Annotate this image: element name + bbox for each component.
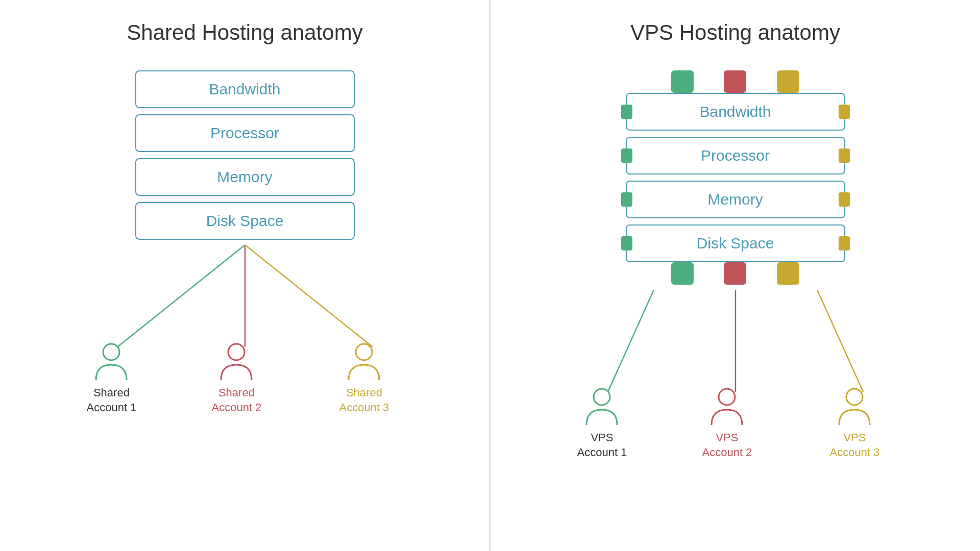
vps-hosting-panel: VPS Hosting anatomy Bandwidth Processor [491, 0, 980, 551]
person-icon-vps-2 [709, 387, 745, 428]
svg-line-2 [245, 245, 373, 347]
shared-processor: Processor [135, 114, 355, 152]
shared-memory: Memory [135, 158, 355, 196]
diskspace-tab-gold-right [839, 236, 850, 251]
person-icon-shared-1 [93, 342, 129, 383]
vps-bottom-connectors [626, 262, 845, 285]
svg-point-11 [846, 389, 863, 405]
shared-title: Shared Hosting anatomy [127, 20, 362, 45]
bandwidth-tab-green-left [621, 105, 632, 119]
vps-account-3-label: VPSAccount 3 [830, 431, 880, 460]
svg-line-8 [817, 290, 863, 392]
vps-resource-wrapper: Bandwidth Processor Memory Disk Space [626, 70, 845, 285]
svg-point-4 [228, 344, 244, 360]
shared-account-3-label: SharedAccount 3 [339, 386, 389, 415]
vps-accounts-area: VPSAccount 1 VPSAccount 2 VPSAccount 3 [557, 290, 914, 458]
shared-resource-stack: Bandwidth Processor Memory Disk Space [135, 70, 355, 240]
svg-line-0 [117, 245, 245, 347]
top-connector-green [671, 70, 694, 93]
vps-account-2-label: VPSAccount 2 [702, 431, 752, 460]
person-icon-shared-2 [218, 342, 254, 383]
top-connector-gold [777, 70, 799, 93]
bottom-connector-gold [777, 262, 799, 285]
svg-line-6 [608, 290, 654, 392]
shared-accounts-area: SharedAccount 1 SharedAccount 2 SharedAc… [66, 245, 424, 418]
memory-tab-gold-right [839, 192, 850, 207]
processor-tab-gold-right [839, 148, 850, 163]
shared-account-1: SharedAccount 1 [87, 342, 137, 415]
vps-top-connectors [626, 70, 845, 93]
shared-account-2: SharedAccount 2 [212, 342, 262, 415]
vps-account-1: VPSAccount 1 [577, 387, 627, 460]
vps-processor: Processor [626, 137, 845, 174]
vps-account-2: VPSAccount 2 [702, 387, 752, 460]
person-icon-vps-3 [837, 387, 872, 428]
vps-memory: Memory [626, 181, 845, 218]
svg-point-5 [356, 344, 372, 360]
processor-tab-green-left [621, 148, 632, 163]
svg-point-9 [594, 389, 610, 405]
top-connector-red [724, 70, 746, 93]
person-icon-vps-1 [584, 387, 620, 428]
shared-account-1-label: SharedAccount 1 [87, 386, 137, 415]
vps-bandwidth: Bandwidth [626, 93, 845, 131]
shared-diskspace: Disk Space [135, 202, 355, 240]
svg-point-10 [719, 389, 735, 405]
shared-account-2-label: SharedAccount 2 [212, 386, 262, 415]
person-icon-shared-3 [346, 342, 382, 383]
vps-account-1-label: VPSAccount 1 [577, 431, 627, 460]
vps-diskspace: Disk Space [626, 224, 845, 262]
bandwidth-tab-gold-right [839, 105, 850, 119]
vps-resource-stack: Bandwidth Processor Memory Disk Space [626, 93, 845, 262]
memory-tab-green-left [621, 192, 632, 207]
bottom-connector-red [724, 262, 746, 285]
shared-hosting-panel: Shared Hosting anatomy Bandwidth Process… [0, 0, 489, 551]
vps-title: VPS Hosting anatomy [630, 20, 840, 45]
bottom-connector-green [671, 262, 694, 285]
vps-account-3: VPSAccount 3 [830, 387, 880, 460]
diskspace-tab-green-left [621, 236, 632, 251]
shared-bandwidth: Bandwidth [135, 70, 355, 108]
svg-point-3 [103, 344, 119, 360]
shared-account-3: SharedAccount 3 [339, 342, 389, 415]
